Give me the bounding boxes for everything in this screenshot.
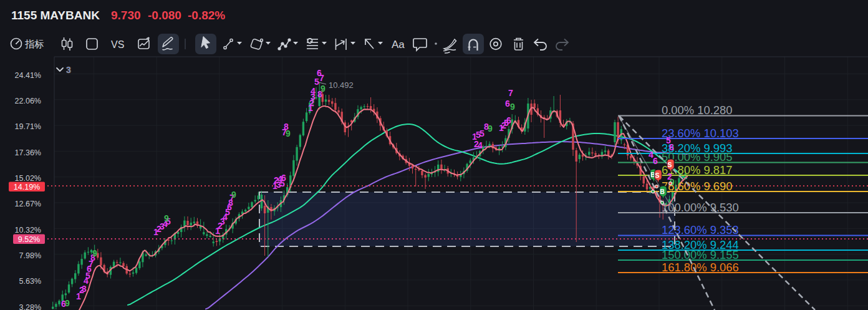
svg-text:4: 4 [311, 86, 316, 96]
svg-text:7: 7 [319, 73, 324, 83]
svg-text:10.32%: 10.32% [15, 226, 41, 235]
svg-text:17.36%: 17.36% [15, 148, 41, 157]
svg-text:150.00% 9.155: 150.00% 9.155 [662, 248, 739, 261]
svg-text:6: 6 [505, 99, 510, 109]
svg-text:4: 4 [478, 140, 483, 150]
svg-text:9: 9 [510, 102, 515, 112]
svg-text:9: 9 [488, 124, 493, 133]
svg-text:9: 9 [65, 298, 70, 308]
svg-text:9.730: 9.730 [111, 9, 141, 22]
svg-text:12.67%: 12.67% [15, 200, 41, 208]
svg-text:5.63%: 5.63% [19, 277, 41, 286]
svg-text:5: 5 [314, 77, 319, 87]
svg-text:7.98%: 7.98% [19, 251, 41, 260]
svg-text:-0.82%: -0.82% [188, 9, 225, 22]
svg-text:9: 9 [231, 190, 236, 200]
svg-text:1155 MAYBANK: 1155 MAYBANK [11, 9, 100, 22]
svg-text:6: 6 [653, 156, 658, 166]
svg-text:22.06%: 22.06% [15, 97, 41, 105]
svg-text:9: 9 [164, 213, 169, 223]
svg-text:100.00% 9.530: 100.00% 9.530 [662, 201, 739, 214]
svg-text:161.80% 9.066: 161.80% 9.066 [662, 261, 739, 274]
svg-text:3.28%: 3.28% [19, 303, 41, 310]
svg-text:9: 9 [92, 248, 97, 258]
svg-text:6: 6 [669, 142, 674, 152]
svg-text:B: B [660, 188, 665, 195]
svg-text:9.52%: 9.52% [18, 235, 40, 244]
svg-text:0.00% 10.280: 0.00% 10.280 [662, 104, 733, 117]
svg-text:24.41%: 24.41% [15, 71, 41, 80]
svg-text:9: 9 [321, 84, 326, 94]
svg-text:指标: 指标 [24, 39, 44, 49]
svg-text:6: 6 [281, 173, 286, 183]
svg-text:6: 6 [506, 115, 511, 125]
svg-text:7: 7 [508, 88, 513, 98]
svg-text:19.71%: 19.71% [15, 122, 41, 131]
svg-text:-0.080: -0.080 [148, 9, 181, 22]
svg-text:14.19%: 14.19% [14, 183, 40, 191]
svg-text:S: S [667, 161, 672, 168]
svg-text:9: 9 [286, 128, 291, 138]
svg-text:23.60% 10.103: 23.60% 10.103 [662, 127, 739, 140]
svg-text:Aa: Aa [392, 39, 405, 51]
svg-text:S: S [655, 172, 659, 179]
svg-text:VS: VS [111, 39, 124, 50]
svg-text:3: 3 [66, 65, 71, 75]
svg-text:10.492: 10.492 [329, 80, 354, 90]
svg-text:15.02%: 15.02% [15, 174, 41, 183]
